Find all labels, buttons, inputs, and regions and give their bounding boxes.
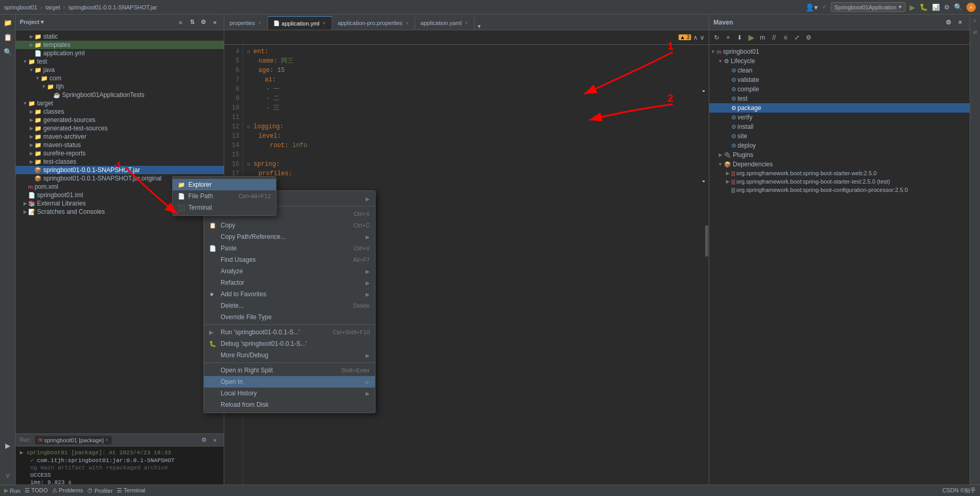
tree-item-com[interactable]: ▼ 📁 com (16, 74, 224, 82)
maven-dep-1[interactable]: ▶ ||| org.springframework.boot:spring-bo… (709, 169, 970, 177)
tree-item-maven-status[interactable]: ▶ 📁 maven-status (16, 141, 224, 149)
tree-item-jar[interactable]: 📦 springboot01-0.0.1-SNAPSHOT.jar (16, 166, 224, 174)
maven-deploy[interactable]: ⚙ deploy (709, 141, 970, 150)
scroll-bar[interactable] (705, 45, 709, 496)
maven-options-icon[interactable]: ⚙ (803, 32, 814, 43)
ctx-copy[interactable]: 📋 Copy Ctrl+C (204, 220, 375, 231)
maven-hide-icon[interactable]: × (955, 17, 965, 28)
maven-dep-2[interactable]: ▶ ||| org.springframework.boot:spring-bo… (709, 177, 970, 186)
maven-expand-icon[interactable]: ⤢ (792, 32, 802, 43)
maven-lifecycle[interactable]: ▼ ⚙ Lifecycle (709, 56, 970, 66)
run-config[interactable]: Springboot01Application ▾ (831, 2, 905, 12)
run-hide-icon[interactable]: × (210, 435, 220, 445)
submenu-terminal[interactable]: ⬛ Terminal (173, 202, 276, 213)
tab-application-pro-close[interactable]: × (405, 20, 410, 26)
tab-application-yml[interactable]: 📄 application.yml × (268, 16, 333, 30)
maven-site[interactable]: ⚙ site (709, 131, 970, 141)
profile-button[interactable]: 📊 (932, 4, 940, 11)
tree-item-surefire[interactable]: ▶ 📁 surefire-reports (16, 149, 224, 158)
nav-down-icon[interactable]: ∨ (700, 34, 705, 41)
maven-toggle-icon[interactable]: ≡ (780, 32, 791, 43)
tab-more[interactable]: ▾ (475, 23, 484, 30)
status-run[interactable]: ▶ Run (4, 487, 20, 494)
tab-application-yaml-close[interactable]: × (464, 20, 469, 26)
tab-application-yaml[interactable]: application.yaml × (415, 16, 475, 30)
ctx-more-run[interactable]: More Run/Debug ▶ (204, 349, 375, 361)
tab-application-pro[interactable]: application-pro.properties × (332, 16, 415, 30)
ctx-open-right-split[interactable]: Open in Right Split Shift+Enter (204, 365, 375, 376)
tab-properties[interactable]: properties × (224, 16, 268, 30)
tree-item-tests[interactable]: ☕ Springboot01ApplicationTests (16, 91, 224, 99)
ctx-reload[interactable]: Reload from Disk (204, 399, 375, 410)
scroll-thumb[interactable] (705, 225, 708, 257)
status-todo[interactable]: ☰ TODO (25, 487, 47, 494)
tree-item-gen-src[interactable]: ▶ 📁 generated-sources (16, 116, 224, 124)
maven-skip-icon[interactable]: m (757, 32, 768, 43)
maven-compile[interactable]: ⚙ compile (709, 84, 970, 94)
tree-item-gen-test-src[interactable]: ▶ 📁 generated-test-sources (16, 124, 224, 132)
tab-properties-close[interactable]: × (257, 20, 262, 26)
maven-dep-3[interactable]: ||| org.springframework.boot:spring-boot… (709, 186, 970, 194)
ctx-run[interactable]: ▶ Run 'springboot01-0.0.1-S...' Ctrl+Shi… (204, 326, 375, 338)
breadcrumb-part3[interactable]: springboot01-0.0.1-SNAPSHOT.jar (68, 4, 157, 10)
git-icon[interactable]: ⑂ (2, 470, 14, 481)
status-terminal[interactable]: ☰ Terminal (117, 487, 145, 494)
tree-item-java[interactable]: ▼ 📁 java (16, 66, 224, 74)
maven-install[interactable]: ⚙ install (709, 122, 970, 131)
project-icon[interactable]: 📁 (2, 17, 14, 28)
tree-item-itjh[interactable]: ▼ 📁 itjh (16, 82, 224, 91)
settings-button[interactable]: ⚙ (944, 4, 950, 11)
collapse-icon[interactable]: ≡ (176, 18, 185, 27)
maven-run-green-icon[interactable]: ▶ (746, 32, 756, 43)
sort-icon[interactable]: ⇅ (187, 18, 197, 27)
ctx-copy-path[interactable]: Copy Path/Reference... ▶ (204, 231, 375, 243)
search-button[interactable]: 🔍 (954, 3, 962, 11)
gear-icon[interactable]: ⚙ (199, 18, 208, 27)
maven-parallel-icon[interactable]: // (769, 32, 779, 43)
ctx-refactor[interactable]: Refactor ▶ (204, 277, 375, 288)
sync-icon[interactable]: ✓ (822, 4, 827, 10)
maven-test[interactable]: ⚙ test (709, 94, 970, 103)
maven-settings-icon[interactable]: ⚙ (943, 17, 953, 28)
breadcrumb-part2[interactable]: target (45, 4, 60, 10)
maven-download-icon[interactable]: ⬇ (734, 32, 745, 43)
right-icon-2[interactable]: ⇅ (971, 28, 979, 37)
ctx-local-history[interactable]: Local History ▶ (204, 388, 375, 399)
tree-item-maven-arch[interactable]: ▶ 📁 maven-archiver (16, 132, 224, 141)
tree-item-test-classes[interactable]: ▶ 📁 test-classes (16, 158, 224, 166)
ctx-paste[interactable]: 📄 Paste Ctrl+V (204, 243, 375, 254)
maven-validate[interactable]: ⚙ validate (709, 75, 970, 84)
nav-up-icon[interactable]: ∧ (693, 34, 698, 41)
ctx-find-usages[interactable]: Find Usages Alt+F7 (204, 254, 375, 265)
find-icon[interactable]: 🔍 (2, 46, 14, 57)
maven-refresh-icon[interactable]: ↻ (711, 32, 722, 43)
ctx-delete[interactable]: Delete... Delete (204, 300, 375, 311)
submenu-filepath[interactable]: 📄 File Path Ctrl+Alt+F12 (173, 190, 276, 202)
maven-add-icon[interactable]: + (723, 32, 733, 43)
tree-item-templates[interactable]: ▶ 📁 templates (16, 41, 224, 49)
maven-package[interactable]: ⚙ package (709, 103, 970, 113)
user-icon[interactable]: 👤▾ (805, 3, 818, 11)
maven-project[interactable]: ▼ m springboot01 (709, 47, 970, 56)
tree-item-static[interactable]: ▶ 📁 static (16, 32, 224, 41)
breadcrumb-part1[interactable]: springboot01 (4, 4, 38, 10)
right-icon-1[interactable]: ≡ (971, 17, 979, 25)
ctx-debug[interactable]: 🐛 Debug 'springboot01-0.0.1-S...' (204, 338, 375, 349)
structure-icon[interactable]: 📋 (2, 31, 14, 43)
ctx-override-file-type[interactable]: Override File Type (204, 311, 375, 323)
tab-application-yml-close[interactable]: × (322, 20, 327, 26)
maven-dependencies[interactable]: ▼ 📦 Dependencies (709, 160, 970, 169)
tree-item-target[interactable]: ▼ 📁 target (16, 99, 224, 107)
ctx-add-favorites[interactable]: ★ Add to Favorites ▶ (204, 288, 375, 300)
run-button[interactable]: ▶ (910, 3, 915, 11)
maven-clean[interactable]: ⚙ clean (709, 66, 970, 75)
submenu-explorer[interactable]: 📁 Explorer (173, 179, 276, 190)
hide-icon[interactable]: × (210, 18, 220, 27)
run-tab-package[interactable]: m springboot01 [package] × (35, 436, 112, 444)
tree-item-appyml[interactable]: 📄 application.yml (16, 49, 224, 57)
tree-item-test[interactable]: ▼ 📁 test (16, 57, 224, 66)
maven-verify[interactable]: ⚙ verify (709, 113, 970, 122)
debug-button[interactable]: 🐛 (919, 3, 928, 11)
run-icon-left[interactable]: ▶ (2, 440, 14, 451)
status-problems[interactable]: ⚠ Problems (52, 487, 83, 494)
